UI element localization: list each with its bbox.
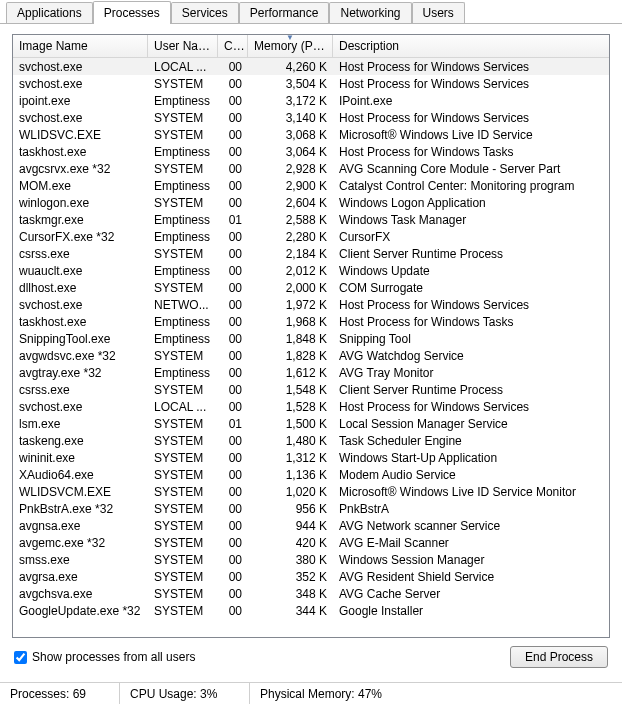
process-cpu: 00 [218,314,248,330]
show-all-users-checkbox[interactable]: Show processes from all users [14,650,195,664]
process-name: WLIDSVCM.EXE [13,484,148,500]
process-memory: 352 K [248,569,333,585]
table-row[interactable]: lsm.exeSYSTEM011,500 KLocal Session Mana… [13,415,609,432]
table-row[interactable]: taskhost.exeEmptiness001,968 KHost Proce… [13,313,609,330]
table-row[interactable]: avgtray.exe *32Emptiness001,612 KAVG Tra… [13,364,609,381]
table-row[interactable]: avgchsva.exeSYSTEM00348 KAVG Cache Serve… [13,585,609,602]
process-memory: 1,020 K [248,484,333,500]
process-name: winlogon.exe [13,195,148,211]
table-row[interactable]: avgnsa.exeSYSTEM00944 KAVG Network scann… [13,517,609,534]
table-row[interactable]: WLIDSVCM.EXESYSTEM001,020 KMicrosoft® Wi… [13,483,609,500]
process-description: AVG Network scanner Service [333,518,609,534]
table-row[interactable]: GoogleUpdate.exe *32SYSTEM00344 KGoogle … [13,602,609,619]
col-header-user[interactable]: User Name [148,35,218,57]
process-user: SYSTEM [148,535,218,551]
process-memory: 1,480 K [248,433,333,449]
process-cpu: 00 [218,178,248,194]
process-cpu: 00 [218,399,248,415]
process-user: SYSTEM [148,603,218,619]
process-memory: 2,012 K [248,263,333,279]
process-user: NETWO... [148,297,218,313]
table-row[interactable]: svchost.exeLOCAL ...004,260 KHost Proces… [13,58,609,75]
process-cpu: 00 [218,603,248,619]
tab-applications[interactable]: Applications [6,2,93,23]
table-row[interactable]: csrss.exeSYSTEM001,548 KClient Server Ru… [13,381,609,398]
process-name: avgtray.exe *32 [13,365,148,381]
col-header-cpu[interactable]: CPU [218,35,248,57]
table-row[interactable]: wininit.exeSYSTEM001,312 KWindows Start-… [13,449,609,466]
table-row[interactable]: smss.exeSYSTEM00380 KWindows Session Man… [13,551,609,568]
process-rows[interactable]: svchost.exeLOCAL ...004,260 KHost Proces… [13,58,609,637]
process-user: SYSTEM [148,382,218,398]
process-description: Client Server Runtime Process [333,382,609,398]
table-row[interactable]: WLIDSVC.EXESYSTEM003,068 KMicrosoft® Win… [13,126,609,143]
table-row[interactable]: avgrsa.exeSYSTEM00352 KAVG Resident Shie… [13,568,609,585]
status-processes: Processes: 69 [0,683,120,704]
table-row[interactable]: avgemc.exe *32SYSTEM00420 KAVG E-Mail Sc… [13,534,609,551]
end-process-button[interactable]: End Process [510,646,608,668]
table-row[interactable]: dllhost.exeSYSTEM002,000 KCOM Surrogate [13,279,609,296]
process-name: wininit.exe [13,450,148,466]
col-header-image[interactable]: Image Name [13,35,148,57]
table-row[interactable]: ipoint.exeEmptiness003,172 KIPoint.exe [13,92,609,109]
process-cpu: 00 [218,59,248,75]
process-name: wuauclt.exe [13,263,148,279]
process-description: Windows Update [333,263,609,279]
process-user: SYSTEM [148,501,218,517]
table-row[interactable]: PnkBstrA.exe *32SYSTEM00956 KPnkBstrA [13,500,609,517]
process-name: svchost.exe [13,297,148,313]
show-all-users-input[interactable] [14,651,27,664]
tab-processes[interactable]: Processes [93,1,171,24]
process-description: Host Process for Windows Tasks [333,144,609,160]
process-name: ipoint.exe [13,93,148,109]
table-row[interactable]: svchost.exeLOCAL ...001,528 KHost Proces… [13,398,609,415]
table-row[interactable]: taskhost.exeEmptiness003,064 KHost Proce… [13,143,609,160]
process-cpu: 00 [218,450,248,466]
table-row[interactable]: csrss.exeSYSTEM002,184 KClient Server Ru… [13,245,609,262]
process-cpu: 00 [218,195,248,211]
table-row[interactable]: CursorFX.exe *32Emptiness002,280 KCursor… [13,228,609,245]
process-memory: 380 K [248,552,333,568]
process-memory: 2,000 K [248,280,333,296]
process-user: SYSTEM [148,467,218,483]
process-name: avgcsrvx.exe *32 [13,161,148,177]
table-row[interactable]: XAudio64.exeSYSTEM001,136 KModem Audio S… [13,466,609,483]
table-row[interactable]: taskeng.exeSYSTEM001,480 KTask Scheduler… [13,432,609,449]
col-header-description[interactable]: Description [333,35,593,57]
table-row[interactable]: svchost.exeSYSTEM003,140 KHost Process f… [13,109,609,126]
process-name: XAudio64.exe [13,467,148,483]
process-name: svchost.exe [13,110,148,126]
table-row[interactable]: taskmgr.exeEmptiness012,588 KWindows Tas… [13,211,609,228]
table-row[interactable]: MOM.exeEmptiness002,900 KCatalyst Contro… [13,177,609,194]
tab-performance[interactable]: Performance [239,2,330,23]
process-user: SYSTEM [148,552,218,568]
table-row[interactable]: wuauclt.exeEmptiness002,012 KWindows Upd… [13,262,609,279]
table-row[interactable]: avgcsrvx.exe *32SYSTEM002,928 KAVG Scann… [13,160,609,177]
process-memory: 956 K [248,501,333,517]
table-row[interactable]: avgwdsvc.exe *32SYSTEM001,828 KAVG Watch… [13,347,609,364]
process-description: AVG Scanning Core Module - Server Part [333,161,609,177]
table-row[interactable]: svchost.exeNETWO...001,972 KHost Process… [13,296,609,313]
tab-networking[interactable]: Networking [329,2,411,23]
tab-services[interactable]: Services [171,2,239,23]
show-all-users-label: Show processes from all users [32,650,195,664]
process-list: Image Name User Name CPU ▼ Memory (Priv.… [12,34,610,638]
process-description: Host Process for Windows Services [333,76,609,92]
col-header-memory[interactable]: ▼ Memory (Priv... [248,35,333,57]
process-name: MOM.exe [13,178,148,194]
process-description: Microsoft® Windows Live ID Service [333,127,609,143]
process-description: Windows Start-Up Application [333,450,609,466]
process-user: Emptiness [148,212,218,228]
table-row[interactable]: SnippingTool.exeEmptiness001,848 KSnippi… [13,330,609,347]
table-row[interactable]: svchost.exeSYSTEM003,504 KHost Process f… [13,75,609,92]
process-cpu: 00 [218,127,248,143]
table-row[interactable]: winlogon.exeSYSTEM002,604 KWindows Logon… [13,194,609,211]
process-cpu: 00 [218,433,248,449]
process-description: AVG E-Mail Scanner [333,535,609,551]
tab-users[interactable]: Users [412,2,465,23]
process-cpu: 01 [218,416,248,432]
process-cpu: 00 [218,229,248,245]
process-cpu: 00 [218,161,248,177]
process-name: SnippingTool.exe [13,331,148,347]
process-name: taskmgr.exe [13,212,148,228]
